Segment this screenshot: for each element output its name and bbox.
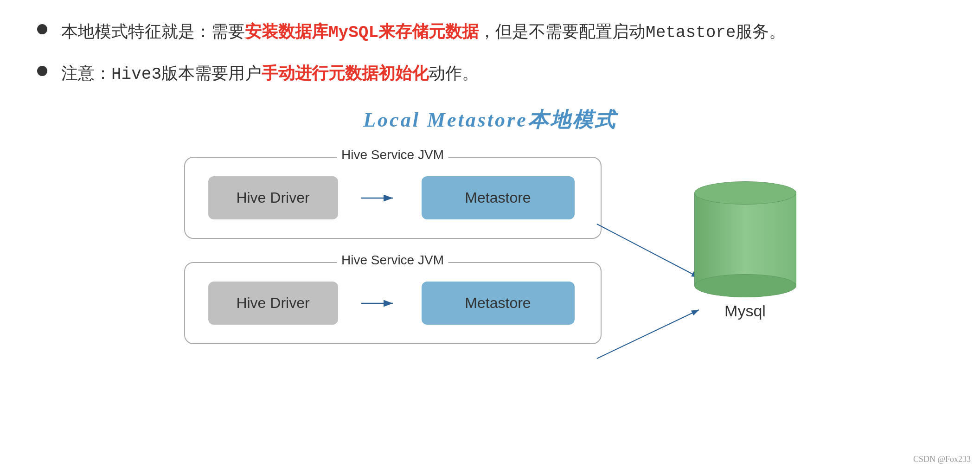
svg-line-7	[597, 310, 699, 359]
jvm1-arrow	[361, 191, 398, 205]
mysql-label: Mysql	[724, 302, 766, 320]
jvm-box-1: Hive Service JVM Hive Driver	[184, 157, 602, 239]
bullet2-prefix: 注意：	[61, 64, 111, 83]
jvm2-metastore-box: Metastore	[422, 282, 575, 325]
jvm2-inner: Hive Driver	[208, 282, 577, 325]
svg-line-6	[597, 224, 699, 277]
cylinder-bottom	[694, 274, 796, 297]
bullet2-suffix: 动作。	[429, 64, 479, 83]
cylinder-wrapper	[694, 181, 796, 297]
bullet-dot-1	[37, 24, 47, 34]
jvm1-metastore-label: Metastore	[465, 189, 531, 206]
bullet-text-2: 注意：Hive3版本需要用户手动进行元数据初始化动作。	[61, 60, 479, 88]
watermark: CSDN @Fox233	[913, 455, 971, 464]
bullet1-suffix1: ，但是不需要配置启动	[479, 22, 646, 41]
jvm-boxes: Hive Service JVM Hive Driver	[184, 157, 602, 344]
jvm1-driver-box: Hive Driver	[208, 176, 338, 219]
diagram-section: Local Metastore本地模式 Hive Service JVM Hiv…	[37, 106, 943, 344]
page-content: 本地模式特征就是：需要安装数据库MySQL来存储元数据，但是不需要配置启动Met…	[0, 0, 980, 363]
bullet2-highlight1: 手动进行元数据初始化	[262, 64, 429, 83]
jvm2-label: Hive Service JVM	[337, 253, 448, 268]
jvm2-metastore-label: Metastore	[465, 295, 531, 311]
jvm1-metastore-box: Metastore	[422, 176, 575, 219]
bullet-item-1: 本地模式特征就是：需要安装数据库MySQL来存储元数据，但是不需要配置启动Met…	[37, 19, 943, 46]
jvm2-arrow	[361, 296, 398, 310]
bullet2-code1: Hive3	[111, 65, 161, 84]
bullet-list: 本地模式特征就是：需要安装数据库MySQL来存储元数据，但是不需要配置启动Met…	[37, 19, 943, 88]
bullet-dot-2	[37, 66, 47, 76]
jvm-box-2: Hive Service JVM Hive Driver	[184, 262, 602, 344]
jvm2-driver-box: Hive Driver	[208, 282, 338, 325]
diagram-wrapper: Hive Service JVM Hive Driver	[184, 157, 796, 344]
jvm1-inner: Hive Driver	[208, 176, 577, 219]
cylinder-body	[694, 193, 796, 286]
bullet2-middle: 版本需要用户	[161, 64, 262, 83]
cylinder-top	[694, 181, 796, 205]
diagram-title: Local Metastore本地模式	[363, 106, 617, 134]
jvm1-driver-label: Hive Driver	[236, 189, 309, 206]
jvm2-driver-label: Hive Driver	[236, 295, 309, 311]
jvm1-label: Hive Service JVM	[337, 147, 448, 162]
bullet-text-1: 本地模式特征就是：需要安装数据库MySQL来存储元数据，但是不需要配置启动Met…	[61, 19, 786, 46]
bullet1-code1: Metastore	[646, 23, 736, 42]
bullet1-highlight2: MySQL	[328, 23, 378, 42]
bullet1-prefix: 本地模式特征就是：需要	[61, 22, 245, 41]
bullet1-middle: 来存储元数据	[378, 22, 479, 41]
mysql-container: Mysql	[694, 181, 796, 320]
bullet1-suffix2: 服务。	[736, 22, 786, 41]
bullet-item-2: 注意：Hive3版本需要用户手动进行元数据初始化动作。	[37, 60, 943, 88]
bullet1-highlight1: 安装数据库	[245, 22, 328, 41]
